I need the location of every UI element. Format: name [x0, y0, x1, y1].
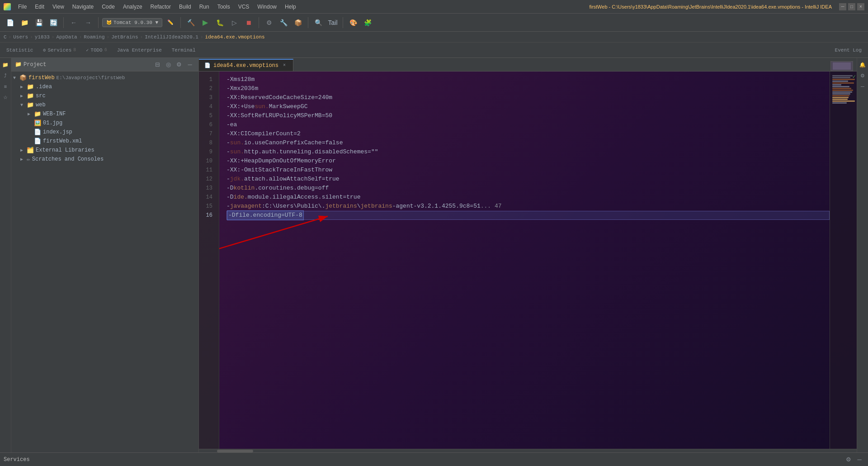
code-line-11: -XX:-OmitStackTraceInFastThrow — [226, 166, 830, 175]
menu-run[interactable]: Run — [196, 3, 213, 11]
debug-button[interactable]: 🐛 — [213, 16, 226, 29]
notifications-button[interactable]: 🔔 — [858, 60, 868, 70]
tab-terminal[interactable]: Terminal — [167, 44, 200, 57]
menu-tools[interactable]: Tools — [214, 3, 234, 11]
editor-tab-vmoptions[interactable]: 📄 idea64.exe.vmoptions × — [199, 59, 293, 71]
tree-root[interactable]: ▼ 📦 firstWeb E:\Javaproject\firstWeb — [11, 73, 198, 82]
code-line-13: -Dkotlin.coroutines.debug=off — [226, 184, 830, 193]
run-with-coverage-button[interactable]: ▷ — [228, 16, 241, 29]
svg-line-1 — [219, 216, 328, 280]
close-tab-button[interactable]: × — [281, 62, 288, 69]
breadcrumb-appdata[interactable]: AppData — [56, 34, 77, 40]
ln-4: 4 — [199, 102, 215, 111]
close-button[interactable]: × — [857, 3, 864, 10]
web-folder-icon: 📁 — [27, 101, 34, 109]
wrench-button[interactable]: 🔧 — [277, 16, 290, 29]
code-editor[interactable]: 1 2 3 4 5 6 7 8 9 10 11 12 13 14 15 16 -… — [199, 71, 857, 449]
menu-refactor[interactable]: Refactor — [147, 3, 175, 11]
forward-button[interactable]: → — [82, 16, 94, 29]
icon2-button[interactable]: 🧩 — [361, 16, 374, 29]
menu-code[interactable]: Code — [98, 3, 118, 11]
services-hide-button[interactable]: ─ — [854, 455, 864, 465]
minimize-button[interactable]: ─ — [839, 3, 846, 10]
breadcrumb-users[interactable]: Users — [13, 34, 28, 40]
sidebar-project-icon[interactable]: 📁 — [0, 60, 10, 70]
menu-navigate[interactable]: Navigate — [69, 3, 97, 11]
new-file-button[interactable]: 📄 — [4, 16, 16, 29]
scroll-to-source-button[interactable]: ◎ — [163, 60, 173, 70]
tree-scratches[interactable]: ▶ ✏️ Scratches and Consoles — [11, 155, 198, 164]
build-button[interactable]: 🔨 — [184, 16, 197, 29]
save-button[interactable]: 💾 — [33, 16, 45, 29]
run-config-selector[interactable]: 🐱 Tomcat 9.0.30 ▼ — [102, 18, 162, 27]
breadcrumb-roaming[interactable]: Roaming — [84, 34, 104, 40]
menu-view[interactable]: View — [49, 3, 68, 11]
tree-image[interactable]: 🖼️ 01.jpg — [11, 119, 198, 128]
minimap-line — [832, 81, 848, 82]
breadcrumb-root[interactable]: C — [4, 34, 7, 40]
collapse-right-button[interactable]: ─ — [858, 81, 868, 91]
tab-statistic[interactable]: Statistic — [2, 44, 38, 57]
maximize-button[interactable]: □ — [848, 3, 855, 10]
breadcrumb-file[interactable]: idea64.exe.vmoptions — [205, 34, 265, 40]
sidebar-favorites-icon[interactable]: ☆ — [0, 92, 10, 102]
tree-webinf[interactable]: ▶ 📁 WEB-INF — [11, 109, 198, 119]
breadcrumb-user[interactable]: y1833 — [35, 34, 50, 40]
menu-help[interactable]: Help — [281, 3, 300, 11]
tab-services[interactable]: ⚙ Services 8 — [38, 44, 80, 57]
settings-button[interactable]: ⚙ — [263, 16, 275, 29]
tree-src[interactable]: ▶ 📁 src — [11, 91, 198, 100]
project-settings-button[interactable]: ⚙ — [174, 60, 184, 70]
hide-panel-button[interactable]: ─ — [185, 60, 195, 70]
menu-build[interactable]: Build — [175, 3, 195, 11]
minimap-line — [832, 91, 852, 93]
icon1-button[interactable]: 🎨 — [347, 16, 359, 29]
menu-file[interactable]: File — [14, 3, 30, 11]
services-header: Services ⚙ ─ — [0, 453, 868, 466]
menu-analyze[interactable]: Analyze — [119, 3, 146, 11]
horizontal-scrollbar[interactable] — [199, 449, 857, 452]
code-line-2: -Xmx2036m — [226, 84, 830, 93]
breadcrumb-jetbrains[interactable]: JetBrains — [111, 34, 138, 40]
line-numbers: 1 2 3 4 5 6 7 8 9 10 11 12 13 14 15 16 — [199, 71, 219, 449]
services-settings-button[interactable]: ⚙ — [844, 455, 854, 465]
vmoptions-tab-label: idea64.exe.vmoptions — [213, 62, 278, 69]
back-button[interactable]: ← — [67, 16, 80, 29]
minimap-line — [832, 102, 847, 104]
minimap-thumbnail — [830, 61, 853, 71]
sidebar-structure-icon[interactable]: ≡ — [0, 81, 10, 91]
tree-idea[interactable]: ▶ 📁 .idea — [11, 82, 198, 91]
menu-vcs[interactable]: VCS — [235, 3, 253, 11]
sidebar-commit-icon[interactable]: ⤴ — [0, 71, 10, 81]
menu-window[interactable]: Window — [254, 3, 280, 11]
tab-event-log[interactable]: Event Log — [830, 44, 866, 57]
services-icon: ⚙ — [43, 48, 46, 53]
tree-index-jsp[interactable]: 📄 index.jsp — [11, 128, 198, 137]
synchronize-button[interactable]: 🔄 — [47, 16, 60, 29]
breadcrumb-sep-1: › — [9, 34, 12, 40]
settings-side-button[interactable]: ⚙ — [858, 71, 868, 81]
breadcrumb-version[interactable]: IntelliJIdea2020.1 — [145, 34, 198, 40]
tail-button[interactable]: Tail — [326, 16, 339, 29]
tree-xml[interactable]: 📄 firstWeb.xml — [11, 137, 198, 146]
tree-web[interactable]: ▼ 📁 web — [11, 100, 198, 109]
code-content[interactable]: -Xms128m -Xmx2036m -XX:ReservedCodeCache… — [219, 71, 830, 449]
sdk-button[interactable]: 📦 — [292, 16, 304, 29]
scrollbar-thumb[interactable] — [217, 450, 253, 452]
tab-todo[interactable]: ✓ TODO 6 — [81, 44, 111, 57]
tree-external-libs[interactable]: ▶ 🗂️ External Libraries — [11, 146, 198, 155]
tab-java-enterprise[interactable]: Java Enterprise — [113, 44, 166, 57]
menu-edit[interactable]: Edit — [31, 3, 48, 11]
run-config-edit-button[interactable]: ✏️ — [164, 16, 177, 29]
title-bar: File Edit View Navigate Code Analyze Ref… — [0, 0, 868, 14]
stop-button[interactable]: ⏹ — [242, 16, 255, 29]
minimap-line — [832, 90, 853, 91]
code-line-7: -XX:CICompilerCount=2 — [226, 129, 830, 138]
minimap-preview — [833, 62, 851, 70]
bottom-panel: Services ⚙ ─ + ⊞ ↕ ⧩ ⇒ ⊕ ▼ 🐱 Tomcat Serv… — [0, 452, 868, 466]
open-button[interactable]: 📁 — [18, 16, 31, 29]
find-button[interactable]: 🔍 — [312, 16, 325, 29]
run-button[interactable]: ▶ — [199, 16, 212, 29]
collapse-all-button[interactable]: ⊟ — [152, 60, 162, 70]
tool-window-tabs: Statistic ⚙ Services 8 ✓ TODO 6 Java Ent… — [0, 43, 868, 58]
